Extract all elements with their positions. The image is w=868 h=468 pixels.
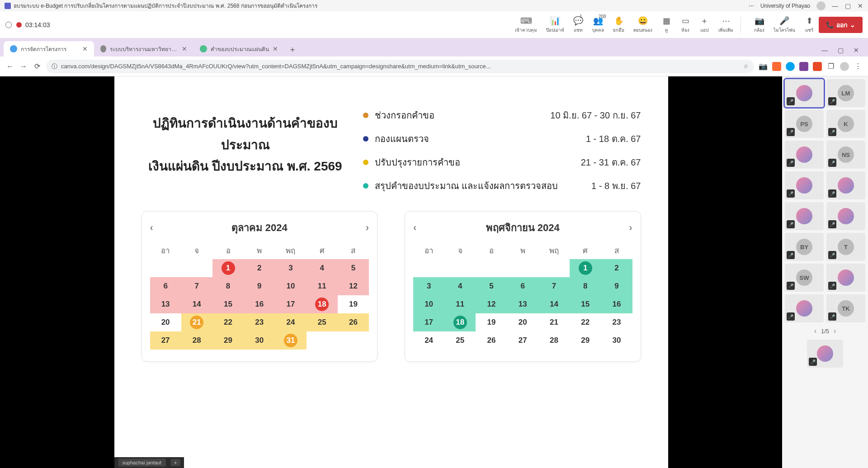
cal-day[interactable]: 18 xyxy=(307,295,338,313)
toolbar-6[interactable]: ▦ดู xyxy=(661,16,671,33)
cal-day[interactable] xyxy=(476,259,507,277)
cal-day[interactable]: 20 xyxy=(150,313,181,331)
cal-day[interactable]: 3 xyxy=(413,277,444,295)
browser-menu-icon[interactable]: ⋮ xyxy=(854,62,863,71)
cal-day[interactable] xyxy=(307,331,338,350)
participant-tile[interactable]: BY🎤 xyxy=(785,233,824,261)
back-icon[interactable]: ← xyxy=(5,62,14,71)
browser-restore-icon[interactable]: ▢ xyxy=(838,47,844,54)
toolbar-0[interactable]: ⌨เข้าควบคุม xyxy=(515,16,537,33)
cal-day[interactable]: 21 xyxy=(181,313,212,331)
camera-toggle[interactable]: 📷 กล้อง xyxy=(754,16,764,33)
browser-tab[interactable]: ระบบบริหารงานมหาวิทยาลัยพะเยา ✕ xyxy=(94,41,193,57)
cal-day[interactable]: 1 xyxy=(570,259,601,277)
add-page-button[interactable]: ＋ xyxy=(170,459,180,466)
participant-tile[interactable]: T🎤 xyxy=(826,233,865,261)
cal-day[interactable]: 25 xyxy=(444,331,476,350)
cal-day[interactable]: 8 xyxy=(570,277,601,295)
browser-tab[interactable]: การจัดการโครงการ ✕ xyxy=(4,41,94,57)
participant-tile[interactable]: 🎤 xyxy=(785,294,824,322)
cal-day[interactable]: 12 xyxy=(476,295,507,313)
cal-day[interactable]: 28 xyxy=(181,331,212,350)
mic-toggle[interactable]: 🎤 ไมโครโฟน xyxy=(774,16,795,33)
cal-day[interactable]: 10 xyxy=(275,277,306,295)
cal-day[interactable]: 24 xyxy=(275,313,306,331)
site-info-icon[interactable]: ⓘ xyxy=(52,62,57,71)
cal-day[interactable]: 4 xyxy=(444,277,476,295)
leave-button[interactable]: 📞 ออก ⌄ xyxy=(819,17,863,33)
cal-day[interactable]: 5 xyxy=(476,277,507,295)
ext-icon-3[interactable] xyxy=(799,62,808,71)
cal-day[interactable]: 23 xyxy=(244,313,275,331)
toolbar-3[interactable]: 👥208บุคคล xyxy=(592,16,604,33)
ext-icon-1[interactable] xyxy=(772,62,781,71)
pager-prev-icon[interactable]: ‹ xyxy=(814,327,816,335)
window-close-icon[interactable]: ✕ xyxy=(857,3,863,9)
cal-next-icon[interactable]: › xyxy=(366,222,369,234)
cal-day[interactable]: 14 xyxy=(181,295,212,313)
participant-tile[interactable]: 🎤 xyxy=(785,202,824,230)
cal-day[interactable]: 20 xyxy=(507,313,538,331)
tab-close-icon[interactable]: ✕ xyxy=(82,45,88,52)
toolbar-9[interactable]: ⋯เพิ่มเติม xyxy=(718,16,733,33)
cal-day[interactable]: 2 xyxy=(244,259,275,277)
participant-tile[interactable]: 🎤 xyxy=(807,340,843,368)
cal-day[interactable]: 15 xyxy=(570,295,601,313)
cal-next-icon[interactable]: › xyxy=(629,222,632,234)
cal-day[interactable]: 29 xyxy=(570,331,601,350)
cal-day[interactable]: 4 xyxy=(307,259,338,277)
tab-close-icon[interactable]: ✕ xyxy=(182,45,187,52)
participant-tile[interactable]: TK🎤 xyxy=(826,294,865,322)
cal-prev-icon[interactable]: ‹ xyxy=(150,222,153,234)
toolbar-7[interactable]: ▭ห้อง xyxy=(680,16,690,33)
participant-tile[interactable]: 🎤 xyxy=(826,171,865,199)
participant-tile[interactable]: 🎤 xyxy=(826,264,865,292)
participant-tile[interactable]: LM🎤 xyxy=(826,79,865,107)
toolbar-4[interactable]: ✋ยกมือ xyxy=(613,16,624,33)
participant-tile[interactable]: 🎤 xyxy=(785,171,824,199)
toolbar-5[interactable]: 😀ตอบสนอง xyxy=(633,16,652,33)
cal-day[interactable]: 16 xyxy=(244,295,275,313)
window-restore-icon[interactable]: ▢ xyxy=(844,3,851,9)
ext-icon-2[interactable] xyxy=(786,62,795,71)
reload-icon[interactable]: ⟳ xyxy=(33,62,42,71)
cal-day[interactable] xyxy=(181,259,212,277)
forward-icon[interactable]: → xyxy=(19,62,28,71)
ext-icon-4[interactable] xyxy=(813,62,822,71)
new-tab-button[interactable]: ＋ xyxy=(286,43,299,56)
cal-day[interactable]: 2 xyxy=(601,259,632,277)
cal-day[interactable]: 17 xyxy=(275,295,306,313)
cal-day[interactable]: 8 xyxy=(212,277,244,295)
toolbar-2[interactable]: 💬1แชท xyxy=(573,16,583,33)
cal-day[interactable]: 23 xyxy=(601,313,632,331)
cal-day[interactable]: 30 xyxy=(244,331,275,350)
cal-day[interactable]: 19 xyxy=(476,313,507,331)
browser-tab[interactable]: คำของบประมาณแผ่นดิน ✕ xyxy=(193,41,284,57)
share-toggle[interactable]: ⬆ แชร์ xyxy=(804,16,814,33)
address-bar[interactable]: ⓘ canva.com/design/DAGSMZjt5nA/VS8643dMa… xyxy=(46,60,754,73)
cal-day[interactable]: 12 xyxy=(338,277,369,295)
toolbar-1[interactable]: 📊ป๊อปเอาท์ xyxy=(546,16,564,33)
cal-day[interactable]: 13 xyxy=(150,295,181,313)
participant-tile[interactable]: K🎤 xyxy=(826,110,865,138)
cal-day[interactable]: 28 xyxy=(538,331,570,350)
cal-day[interactable]: 9 xyxy=(244,277,275,295)
pager-next-icon[interactable]: › xyxy=(834,327,836,335)
cal-day[interactable]: 27 xyxy=(150,331,181,350)
cal-day[interactable] xyxy=(538,259,570,277)
cal-day[interactable]: 10 xyxy=(413,295,444,313)
browser-minimize-icon[interactable]: — xyxy=(821,47,828,54)
cal-day[interactable]: 14 xyxy=(538,295,570,313)
cal-day[interactable]: 22 xyxy=(570,313,601,331)
cal-day[interactable]: 6 xyxy=(150,277,181,295)
user-avatar[interactable] xyxy=(816,1,826,10)
participant-tile[interactable]: 🎤 xyxy=(785,141,824,169)
browser-close-icon[interactable]: ✕ xyxy=(854,47,859,54)
cal-prev-icon[interactable]: ‹ xyxy=(413,222,416,234)
cal-day[interactable]: 27 xyxy=(507,331,538,350)
tab-close-icon[interactable]: ✕ xyxy=(273,45,278,52)
cal-day[interactable] xyxy=(444,259,476,277)
cal-day[interactable] xyxy=(338,331,369,350)
participant-tile[interactable]: 🎤 xyxy=(785,79,824,107)
toolbar-8[interactable]: ＋แอป xyxy=(699,16,709,33)
